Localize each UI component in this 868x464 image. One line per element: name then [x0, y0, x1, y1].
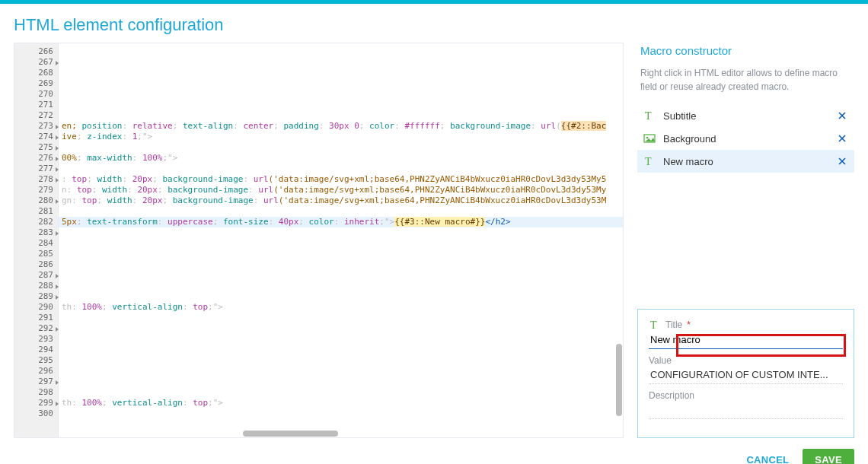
code-line[interactable] [59, 68, 623, 78]
code-line[interactable] [59, 206, 623, 217]
line-number: 289 [14, 291, 58, 302]
page-title: HTML element configuration [0, 4, 868, 43]
macro-item-label: New macro [663, 156, 828, 167]
code-line[interactable]: 00%; max-width: 100%;"> [59, 153, 623, 164]
code-line[interactable] [59, 100, 623, 110]
line-number: 287 [14, 270, 58, 281]
line-number: 277 [14, 164, 58, 174]
line-number: 281 [14, 206, 58, 217]
svg-text:T: T [645, 156, 652, 167]
value-text: CONFIGURATION OF CUSTOM INTE... [649, 366, 843, 384]
line-number: 273 [14, 121, 58, 132]
line-number: 300 [14, 408, 58, 419]
line-number: 298 [14, 387, 58, 398]
line-number: 279 [14, 185, 58, 195]
line-number: 288 [14, 281, 58, 291]
line-number-gutter: 2662672682692702712722732742752762772782… [14, 43, 59, 437]
macro-item[interactable]: TSubtitle [637, 104, 854, 127]
value-label: Value [649, 355, 843, 366]
code-line[interactable] [59, 259, 623, 270]
line-number: 272 [14, 110, 58, 121]
code-line[interactable] [59, 270, 623, 281]
svg-text:T: T [645, 110, 652, 122]
line-number: 274 [14, 132, 58, 142]
code-line[interactable] [59, 345, 623, 355]
macro-constructor-title: Macro constructor [640, 44, 854, 57]
line-number: 297 [14, 377, 58, 387]
svg-point-2 [646, 137, 649, 139]
macro-list: TSubtitleBackgroundTNew macro [637, 104, 854, 173]
line-number: 282 [14, 217, 58, 227]
sidebar: Macro constructor Right click in HTML ed… [637, 43, 854, 438]
code-line[interactable] [59, 334, 623, 345]
code-line[interactable] [59, 164, 623, 174]
line-number: 292 [14, 323, 58, 334]
horizontal-scrollbar[interactable] [243, 431, 338, 437]
line-number: 299 [14, 398, 58, 408]
code-line[interactable] [59, 313, 623, 323]
code-line[interactable]: th: 100%; vertical-align: top;"> [59, 398, 623, 408]
line-number: 267 [14, 57, 58, 68]
line-number: 293 [14, 334, 58, 345]
description-label: Description [649, 390, 843, 401]
code-line[interactable] [59, 377, 623, 387]
line-number: 286 [14, 259, 58, 270]
code-line[interactable]: n: top; width: 20px; background-image: u… [59, 185, 623, 195]
code-line[interactable] [59, 46, 623, 57]
code-line[interactable] [59, 57, 623, 68]
code-line[interactable]: en; position: relative; text-align: cent… [59, 121, 623, 132]
save-button[interactable]: SAVE [803, 449, 854, 464]
line-number: 291 [14, 313, 58, 323]
image-icon [643, 132, 656, 145]
line-number: 284 [14, 238, 58, 249]
remove-macro-icon[interactable] [836, 155, 848, 167]
code-line[interactable] [59, 408, 623, 419]
macro-item-label: Background [663, 133, 828, 145]
code-line[interactable] [59, 227, 623, 238]
code-line[interactable]: ive; z-index: 1;"> [59, 132, 623, 142]
title-input[interactable] [649, 331, 843, 349]
html-editor[interactable]: 2662672682692702712722732742752762772782… [14, 43, 624, 438]
code-line[interactable]: th: 100%; vertical-align: top;"> [59, 302, 623, 313]
remove-macro-icon[interactable] [836, 110, 848, 122]
dialog-actions: CANCEL SAVE [0, 438, 868, 464]
main-layout: 2662672682692702712722732742752762772782… [0, 43, 868, 438]
macro-form: T Title* Value CONFIGURATION OF CUSTOM I… [637, 309, 854, 438]
line-number: 268 [14, 68, 58, 78]
line-number: 271 [14, 100, 58, 110]
required-asterisk: * [687, 319, 691, 330]
code-line[interactable] [59, 291, 623, 302]
remove-macro-icon[interactable] [836, 132, 848, 145]
macro-item[interactable]: Background [637, 127, 854, 150]
code-area[interactable]: en; position: relative; text-align: cent… [59, 43, 623, 437]
code-line[interactable] [59, 89, 623, 100]
code-line[interactable] [59, 323, 623, 334]
macro-item-label: Subtitle [663, 110, 828, 122]
code-line[interactable]: 5px; text-transform: uppercase; font-siz… [59, 217, 623, 227]
code-line[interactable] [59, 355, 623, 366]
code-line[interactable] [59, 249, 623, 259]
code-line[interactable] [59, 387, 623, 398]
line-number: 295 [14, 355, 58, 366]
text-icon: T [649, 319, 661, 331]
macro-item[interactable]: TNew macro [637, 150, 854, 173]
code-line[interactable] [59, 238, 623, 249]
title-label: T Title* [649, 319, 843, 331]
code-line[interactable] [59, 110, 623, 121]
code-line[interactable]: : top; width: 20px; background-image: ur… [59, 174, 623, 185]
line-number: 275 [14, 142, 58, 153]
line-number: 269 [14, 78, 58, 89]
text-icon: T [643, 110, 656, 122]
line-number: 294 [14, 345, 58, 355]
line-number: 266 [14, 46, 58, 57]
code-line[interactable] [59, 281, 623, 291]
code-line[interactable] [59, 366, 623, 377]
description-text [649, 401, 843, 419]
line-number: 276 [14, 153, 58, 164]
vertical-scrollbar[interactable] [616, 344, 622, 416]
line-number: 278 [14, 174, 58, 185]
code-line[interactable] [59, 142, 623, 153]
cancel-button[interactable]: CANCEL [746, 449, 789, 464]
code-line[interactable] [59, 78, 623, 89]
code-line[interactable]: gn: top; width: 20px; background-image: … [59, 195, 623, 206]
